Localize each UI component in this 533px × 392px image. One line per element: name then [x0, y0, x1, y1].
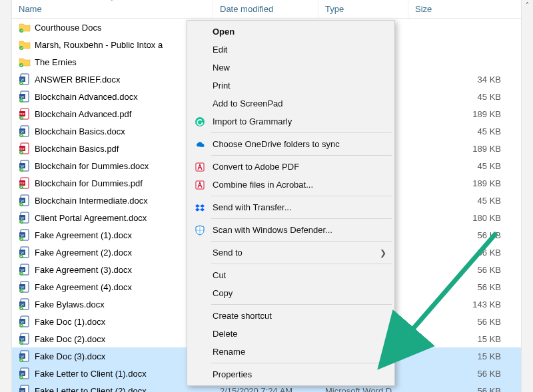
word-icon: W: [19, 194, 31, 206]
pdf-icon: PDF: [19, 142, 31, 154]
file-name-cell[interactable]: WFake Agreement (1).docx: [12, 229, 213, 241]
menu-item-combine-files-in-acrobat[interactable]: Combine files in Acrobat...: [189, 176, 393, 194]
adobe-icon: [193, 178, 207, 192]
blank-icon: [193, 246, 207, 260]
menu-item-new[interactable]: New: [189, 59, 393, 77]
menu-item-copy[interactable]: Copy: [189, 284, 393, 302]
word-icon: W: [19, 315, 31, 327]
svg-text:W: W: [21, 355, 25, 359]
folder-green-icon: [19, 39, 31, 51]
menu-item-label: Properties: [213, 369, 252, 379]
file-name-cell[interactable]: Marsh, Rouxbehn - Public Intox a: [12, 39, 213, 51]
column-header-date[interactable]: Date modified: [213, 0, 318, 18]
word-icon: W: [19, 91, 31, 102]
blank-icon: [193, 97, 207, 110]
svg-text:W: W: [21, 389, 25, 393]
file-name-label: Fake Letter to Client (1).docx: [35, 369, 147, 379]
file-name-cell[interactable]: WFake Bylaws.docx: [12, 298, 213, 310]
menu-item-import-to-grammarly[interactable]: Import to Grammarly: [189, 112, 393, 130]
file-size-cell: 15 KB: [408, 334, 521, 344]
file-name-cell[interactable]: WBlockchain Basics.docx: [12, 125, 213, 137]
file-name-cell[interactable]: WANSWER BRIEF.docx: [12, 73, 213, 85]
file-name-cell[interactable]: WFake Agreement (3).docx: [12, 264, 213, 276]
word-icon: W: [19, 212, 31, 224]
svg-text:W: W: [21, 268, 25, 272]
menu-item-properties[interactable]: Properties: [189, 365, 393, 383]
scroll-up-icon[interactable]: ˄: [526, 1, 529, 392]
svg-text:W: W: [21, 251, 25, 255]
column-header-name[interactable]: Name ˄: [12, 0, 213, 18]
svg-text:W: W: [21, 130, 25, 134]
menu-item-convert-to-adobe-pdf[interactable]: Convert to Adobe PDF: [189, 158, 393, 176]
file-name-cell[interactable]: PDFBlockchain for Dummies.pdf: [12, 177, 213, 189]
column-header-row: Name ˄ Date modified Type Size: [12, 0, 521, 19]
menu-item-label: Copy: [213, 288, 233, 298]
file-name-cell[interactable]: WFake Letter to Client (2).docx: [12, 385, 213, 392]
file-name-cell[interactable]: WFake Letter to Client (1).docx: [12, 367, 213, 379]
column-header-type-label: Type: [325, 4, 344, 14]
file-name-cell[interactable]: WFake Agreement (4).docx: [12, 281, 213, 293]
file-name-label: Fake Agreement (2).docx: [35, 248, 132, 258]
word-icon: W: [19, 229, 31, 241]
vertical-scrollbar[interactable]: ˄: [521, 0, 533, 392]
menu-item-create-shortcut[interactable]: Create shortcut: [189, 307, 393, 325]
file-type-cell: Microsoft Word D…: [318, 386, 408, 393]
file-size-cell: 34 KB: [408, 75, 521, 85]
menu-item-open[interactable]: Open: [189, 23, 393, 41]
file-name-cell[interactable]: WBlockchain Advanced.docx: [12, 91, 213, 102]
file-size-cell: 56 KB: [408, 386, 521, 393]
blank-icon: [193, 43, 207, 57]
blank-icon: [193, 269, 207, 282]
menu-separator: [211, 304, 392, 305]
menu-separator: [211, 155, 392, 156]
file-size-cell: 56 KB: [408, 265, 521, 275]
word-icon: W: [19, 125, 31, 137]
column-header-name-label: Name: [19, 4, 42, 14]
file-name-cell[interactable]: WClient Portal Agreement.docx: [12, 212, 213, 224]
file-name-label: Blockchain Advanced.docx: [35, 92, 138, 102]
menu-item-cut[interactable]: Cut: [189, 266, 393, 284]
menu-item-label: Open: [213, 27, 235, 37]
grammarly-icon: [193, 115, 207, 128]
file-name-label: Fake Doc (3).docx: [35, 351, 105, 361]
column-header-type[interactable]: Type: [318, 0, 408, 18]
word-icon: W: [19, 385, 31, 392]
menu-item-choose-onedrive-folders-to-sync[interactable]: Choose OneDrive folders to sync: [189, 135, 393, 153]
file-size-cell: 45 KB: [408, 92, 521, 102]
svg-text:PDF: PDF: [19, 147, 25, 150]
menu-separator: [211, 241, 392, 242]
menu-item-send-with-transfer[interactable]: Send with Transfer...: [189, 198, 393, 216]
menu-item-label: Convert to Adobe PDF: [213, 162, 299, 172]
file-name-cell[interactable]: WFake Agreement (2).docx: [12, 246, 213, 258]
menu-item-add-to-screenpad[interactable]: Add to ScreenPad: [189, 95, 393, 112]
file-name-cell[interactable]: WFake Doc (3).docx: [12, 350, 213, 362]
word-icon: W: [19, 264, 31, 276]
blank-icon: [193, 79, 207, 93]
file-name-cell[interactable]: WFake Doc (2).docx: [12, 333, 213, 345]
menu-item-scan-with-windows-defender[interactable]: Scan with Windows Defender...: [189, 221, 393, 239]
file-name-cell[interactable]: WFake Doc (1).docx: [12, 315, 213, 327]
file-size-cell: 56 KB: [408, 282, 521, 292]
menu-item-print[interactable]: Print: [189, 77, 393, 95]
file-name-cell[interactable]: WBlockchain for Dummies.docx: [12, 160, 213, 172]
menu-item-edit[interactable]: Edit: [189, 41, 393, 59]
word-icon: W: [19, 298, 31, 310]
menu-item-rename[interactable]: Rename: [189, 343, 393, 361]
file-name-cell[interactable]: The Ernies: [12, 56, 213, 68]
file-name-cell[interactable]: WBlockchain Intermediate.docx: [12, 194, 213, 206]
menu-item-send-to[interactable]: Send to❯: [189, 244, 393, 262]
menu-item-label: Add to ScreenPad: [213, 98, 283, 108]
file-name-cell[interactable]: PDFBlockchain Advanced.pdf: [12, 108, 213, 120]
blank-icon: [193, 25, 207, 39]
menu-item-delete[interactable]: Delete: [189, 325, 393, 343]
file-name-cell[interactable]: PDFBlockchain Basics.pdf: [12, 142, 213, 154]
file-size-cell: 45 KB: [408, 161, 521, 171]
file-name-label: Marsh, Rouxbehn - Public Intox a: [35, 40, 163, 50]
column-header-size[interactable]: Size: [408, 0, 521, 18]
file-size-cell: 56 KB: [408, 248, 521, 258]
file-name-label: Blockchain Advanced.pdf: [35, 109, 131, 119]
chevron-right-icon: ❯: [380, 248, 386, 258]
file-name-cell[interactable]: Courthouse Docs: [12, 21, 213, 33]
svg-text:W: W: [21, 199, 25, 203]
blank-icon: [193, 61, 207, 75]
